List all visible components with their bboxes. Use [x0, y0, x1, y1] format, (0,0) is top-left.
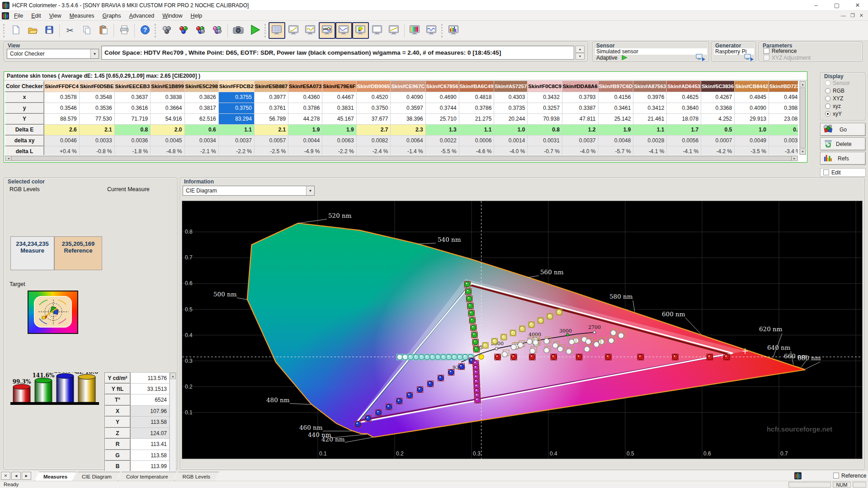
- table-cell[interactable]: 0.3461: [598, 103, 633, 113]
- table-cell[interactable]: -4.0 %: [562, 146, 598, 155]
- table-cell[interactable]: 0.3597: [391, 103, 425, 113]
- toolbar-new-button[interactable]: [7, 22, 24, 39]
- table-cell[interactable]: 2.3: [391, 124, 425, 135]
- table-cell[interactable]: 0.4845: [735, 92, 769, 103]
- table-cell[interactable]: 0.3750: [356, 103, 391, 113]
- table-cell[interactable]: 0.3664: [151, 103, 184, 113]
- mdi-close-button[interactable]: ✕: [859, 13, 863, 19]
- table-cell[interactable]: 2.1: [254, 124, 288, 135]
- table-cell[interactable]: 0.4360: [288, 92, 322, 103]
- table-cell[interactable]: 1.0: [735, 124, 769, 135]
- table-cell[interactable]: 0.3546: [44, 103, 80, 113]
- column-header[interactable]: Skin#F0D5BE: [79, 81, 114, 92]
- table-cell[interactable]: 0.3368: [701, 103, 735, 113]
- table-cell[interactable]: 0.3817: [184, 103, 218, 113]
- table-cell[interactable]: -2.2 %: [218, 146, 254, 155]
- table-cell[interactable]: -5.5 %: [425, 146, 459, 155]
- sensor-config-icon[interactable]: [696, 54, 706, 63]
- table-cell[interactable]: 1.3: [425, 124, 459, 135]
- table-cell[interactable]: -3.5 %: [735, 146, 769, 155]
- toolbar-copy-button[interactable]: [78, 22, 95, 39]
- table-cell[interactable]: 0.0046: [44, 135, 80, 146]
- table-cell[interactable]: 25.142: [598, 113, 633, 124]
- table-cell[interactable]: +0.4 %: [44, 146, 80, 155]
- column-header[interactable]: Skin#DDA8A6: [562, 81, 598, 92]
- column-header[interactable]: Skin#FFDCB2: [218, 81, 254, 92]
- table-cell[interactable]: 0.8: [528, 124, 562, 135]
- table-cell[interactable]: 0.0030: [769, 135, 798, 146]
- column-header[interactable]: Skin#A57257: [494, 81, 528, 92]
- toolbar-paste-button[interactable]: [95, 22, 112, 39]
- table-cell[interactable]: 71.719: [114, 113, 151, 124]
- view-mode-dropdown[interactable]: Color Checker ▼: [7, 49, 99, 59]
- measure-row[interactable]: B113.99: [104, 461, 170, 472]
- toolbar-view-bluecurve-button[interactable]: [335, 22, 352, 39]
- table-cell[interactable]: 0.4690: [425, 92, 459, 103]
- table-cell[interactable]: 45.167: [322, 113, 356, 124]
- table-cell[interactable]: 0.4267: [701, 92, 735, 103]
- table-cell[interactable]: 23.088: [769, 113, 798, 124]
- table-cell[interactable]: 37.677: [356, 113, 391, 124]
- measures-table[interactable]: Color CheckerSkin#FFDFC4Skin#F0D5BESkin#…: [5, 81, 798, 155]
- table-cell[interactable]: 56.789: [254, 113, 288, 124]
- toolbar-view-histogram-button[interactable]: [445, 22, 462, 39]
- table-cell[interactable]: 20.244: [494, 113, 528, 124]
- measure-row[interactable]: R113.41: [104, 439, 170, 450]
- table-cell[interactable]: 88.579: [44, 113, 80, 124]
- row-header[interactable]: y: [5, 103, 44, 113]
- mdi-restore-button[interactable]: ❐: [850, 13, 855, 19]
- table-cell[interactable]: 0.3616: [114, 103, 151, 113]
- edit-checkbox[interactable]: [823, 169, 829, 175]
- row-header[interactable]: delta xy: [5, 135, 44, 146]
- table-cell[interactable]: 0.0014: [494, 135, 528, 146]
- menu-advanced[interactable]: Advanced: [125, 11, 159, 20]
- table-cell[interactable]: 0.3536: [79, 103, 114, 113]
- toolbar-print-button[interactable]: [116, 22, 132, 39]
- table-cell[interactable]: 1.2: [562, 124, 598, 135]
- measure-row[interactable]: Z124.07: [104, 428, 170, 439]
- table-cell[interactable]: 0.3432: [528, 92, 562, 103]
- measure-row[interactable]: Y ftL33.1513: [104, 384, 170, 395]
- table-cell[interactable]: 0.0022: [425, 135, 459, 146]
- table-cell[interactable]: 0.0057: [254, 135, 288, 146]
- table-cell[interactable]: 0.0037: [562, 135, 598, 146]
- table-cell[interactable]: 0.0036: [114, 135, 151, 146]
- table-cell[interactable]: 0.0082: [356, 135, 391, 146]
- table-cell[interactable]: 0.3755: [218, 92, 254, 103]
- table-cell[interactable]: 62.516: [184, 113, 218, 124]
- table-cell[interactable]: 0.3982: [769, 103, 798, 113]
- chevron-down-icon[interactable]: ▼: [90, 49, 99, 58]
- table-cell[interactable]: -4.9 %: [288, 146, 322, 155]
- column-header[interactable]: Skin#BA6C49: [459, 81, 494, 92]
- column-header[interactable]: Skin#E5B887: [254, 81, 288, 92]
- measure-row[interactable]: Y113.58: [104, 417, 170, 428]
- table-cell[interactable]: 70.938: [528, 113, 562, 124]
- table-cell[interactable]: 0.0049: [735, 135, 769, 146]
- tab-cie-diagram[interactable]: CIE Diagram: [73, 472, 120, 481]
- table-horizontal-scrollbar[interactable]: ◄ ►: [5, 155, 798, 161]
- table-cell[interactable]: 0.3744: [425, 103, 459, 113]
- table-cell[interactable]: 0.3548: [79, 92, 114, 103]
- table-cell[interactable]: 0.4467: [322, 92, 356, 103]
- toolbar-sensors-multi-button[interactable]: [209, 22, 226, 39]
- table-cell[interactable]: 1.9: [288, 124, 322, 135]
- radio-icon[interactable]: [825, 111, 830, 117]
- table-cell[interactable]: 0.4090: [735, 103, 769, 113]
- spinner-up-icon[interactable]: ▲: [576, 46, 585, 53]
- toolbar-help-button[interactable]: ?: [137, 22, 153, 39]
- toolbar-sensors-gray-button[interactable]: [159, 22, 175, 39]
- statusbar-reference-checkbox[interactable]: [833, 473, 839, 479]
- table-cell[interactable]: -2.5 %: [254, 146, 288, 155]
- table-cell[interactable]: 1.9: [322, 124, 356, 135]
- table-cell[interactable]: -4.0 %: [494, 146, 528, 155]
- table-cell[interactable]: 0.3831: [322, 103, 356, 113]
- table-cell[interactable]: 0.4818: [459, 92, 494, 103]
- table-cell[interactable]: 0.0031: [528, 135, 562, 146]
- table-cell[interactable]: -3.4 %: [769, 146, 798, 155]
- tab-rgb-levels[interactable]: RGB Levels: [174, 472, 219, 481]
- table-cell[interactable]: -2.4 %: [356, 146, 391, 155]
- table-cell[interactable]: 0.4946: [769, 92, 798, 103]
- table-cell[interactable]: -4.6 %: [459, 146, 494, 155]
- table-cell[interactable]: 38.396: [391, 113, 425, 124]
- toolbar-view-blank-button[interactable]: [369, 22, 386, 39]
